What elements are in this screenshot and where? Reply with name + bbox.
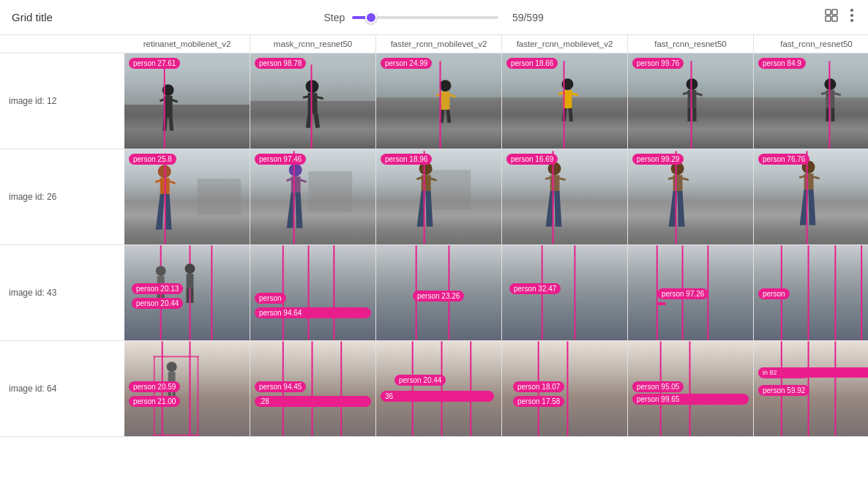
- svg-marker-61: [156, 194, 165, 230]
- detection-label-0-1: person 98.78: [255, 58, 306, 69]
- svg-rect-2: [826, 16, 831, 21]
- svg-rect-64: [309, 171, 353, 212]
- row-cells-2: person 20.13 person 20.44 person person …: [124, 245, 868, 340]
- detection-label-2-2: person 23.26: [413, 291, 464, 302]
- expand-button[interactable]: [821, 7, 842, 28]
- cell-0-5[interactable]: person 84.9: [754, 53, 868, 149]
- cell-0-0[interactable]: person 27.61: [124, 53, 250, 149]
- grid-row-3: image id: 64: [0, 341, 868, 437]
- grid-row-0: image id: 12: [0, 53, 868, 149]
- svg-rect-3: [832, 16, 837, 21]
- svg-point-65: [289, 163, 302, 176]
- cell-3-2[interactable]: person 20.44 person 21.33 36: [376, 341, 502, 436]
- detection-label-0-5: person 84.9: [758, 58, 806, 69]
- cell-3-3[interactable]: person 18.07 person 17.58: [502, 341, 628, 436]
- detection-label-0-0: person 27.61: [129, 58, 180, 69]
- cell-0-4[interactable]: person 99.76: [628, 53, 754, 149]
- detection-label-1-2: person 18.96: [381, 154, 432, 165]
- svg-rect-1: [832, 10, 837, 15]
- svg-rect-129: [197, 356, 198, 435]
- step-value: 59/599: [506, 12, 550, 23]
- detection-label-1-0: person 25.8: [129, 154, 176, 165]
- row-label-2: image id: 43: [0, 282, 124, 304]
- cell-1-2[interactable]: person 18.96: [376, 149, 502, 244]
- detection-label-1-1: person 97.46: [255, 154, 306, 165]
- detection-label-3-3-1: person 17.58: [513, 396, 564, 407]
- svg-point-104: [156, 266, 166, 276]
- col-header-5: fast_rcnn_resnet50: [754, 35, 868, 53]
- svg-rect-90: [682, 177, 689, 181]
- svg-point-41: [686, 78, 698, 90]
- detection-label-3-5-2: person 59.92: [758, 385, 809, 396]
- svg-point-6: [850, 19, 853, 22]
- cell-2-3[interactable]: person 32.47: [502, 245, 628, 340]
- step-slider[interactable]: [352, 16, 498, 19]
- row-cells-3: person 20.59 person 21.00 person 94.45 1…: [124, 341, 868, 436]
- detection-label-3-0-0: person 20.59: [129, 381, 180, 392]
- svg-rect-83: [559, 177, 566, 181]
- detection-label-0-2: person 24.99: [381, 58, 432, 69]
- cell-0-2[interactable]: person 24.99: [376, 53, 502, 149]
- detection-label-2-4-1: [657, 302, 666, 305]
- detection-label-2-4-0: person 97.26: [657, 288, 708, 299]
- detection-label-2-0-0: person 20.13: [132, 283, 183, 294]
- grid-container: retinanet_mobilenet_v2 mask_rcnn_resnet5…: [0, 35, 868, 494]
- detection-label-3-3-0: person 18.07: [513, 381, 564, 392]
- svg-rect-54: [831, 108, 834, 121]
- cell-3-5[interactable]: person 82.43 in 82 person 59.92: [754, 341, 868, 436]
- cell-1-1[interactable]: person 97.46: [250, 149, 376, 244]
- detection-label-1-3: person 16.69: [506, 154, 558, 165]
- svg-rect-46: [692, 108, 696, 121]
- more-options-button[interactable]: [848, 7, 856, 28]
- cell-3-1[interactable]: person 94.45 19.15 .28: [250, 341, 376, 436]
- cell-1-5[interactable]: person 76.76: [754, 149, 868, 244]
- svg-rect-60: [169, 180, 176, 184]
- cell-2-1[interactable]: person person 94.64: [250, 245, 376, 340]
- header-actions: [821, 7, 856, 28]
- svg-rect-56: [197, 179, 241, 215]
- col-header-2: faster_rcnn_mobilevet_v2: [376, 35, 502, 53]
- svg-marker-99: [809, 190, 816, 225]
- cell-0-1[interactable]: person 98.78: [250, 53, 376, 149]
- grid-row-1: image id: 26: [0, 149, 868, 245]
- svg-rect-0: [826, 10, 831, 15]
- step-label: Step: [324, 12, 345, 23]
- cell-3-0[interactable]: person 20.59 person 21.00: [124, 341, 250, 436]
- svg-marker-85: [555, 191, 562, 227]
- header: Grid title Step 59/599: [0, 0, 868, 35]
- detection-label-3-4-0: person 95.05: [632, 381, 684, 392]
- svg-marker-92: [678, 191, 685, 227]
- detection-label-3-2-2: 36: [381, 391, 494, 402]
- cell-3-4[interactable]: person 95.05 person 99.65: [628, 341, 754, 436]
- detection-label-2-3: person 32.47: [509, 283, 561, 294]
- row-label-3: image id: 64: [0, 378, 124, 400]
- svg-rect-8: [124, 105, 250, 149]
- row-cells-1: person 25.8 person 97.46: [124, 149, 868, 244]
- row-cells-0: person 27.61 person 9: [124, 53, 868, 149]
- svg-rect-110: [187, 288, 190, 303]
- cell-0-3[interactable]: person 18.66: [502, 53, 628, 149]
- svg-point-4: [850, 9, 853, 12]
- svg-rect-130: [154, 356, 199, 357]
- svg-rect-30: [446, 110, 451, 123]
- detection-label-2-1-0: person: [255, 293, 286, 304]
- detection-label-2-5: person: [758, 288, 790, 299]
- col-header-3: faster_rcnn_mobilevet_v2: [502, 35, 628, 53]
- svg-rect-131: [154, 435, 199, 436]
- cell-2-0[interactable]: person 20.13 person 20.44: [124, 245, 250, 340]
- cell-1-3[interactable]: person 16.69: [502, 149, 628, 244]
- svg-rect-72: [427, 170, 471, 210]
- cell-2-4[interactable]: person 97.26: [628, 245, 754, 340]
- cell-1-4[interactable]: person 99.29: [628, 149, 754, 244]
- svg-rect-38: [568, 108, 573, 121]
- detection-label-3-2-0: person 20.44: [394, 375, 446, 386]
- svg-rect-22: [314, 113, 321, 128]
- cell-2-5[interactable]: person: [754, 245, 868, 340]
- detection-label-1-4: person 99.29: [632, 154, 684, 165]
- cell-1-0[interactable]: person 25.8: [124, 149, 250, 244]
- detection-label-3-5-1: in 82: [758, 367, 868, 378]
- row-label-0: image id: 12: [0, 90, 124, 112]
- cell-2-2[interactable]: person 23.26: [376, 245, 502, 340]
- detection-label-1-5: person 76.76: [758, 154, 809, 165]
- grid-row-2: image id: 43: [0, 245, 868, 341]
